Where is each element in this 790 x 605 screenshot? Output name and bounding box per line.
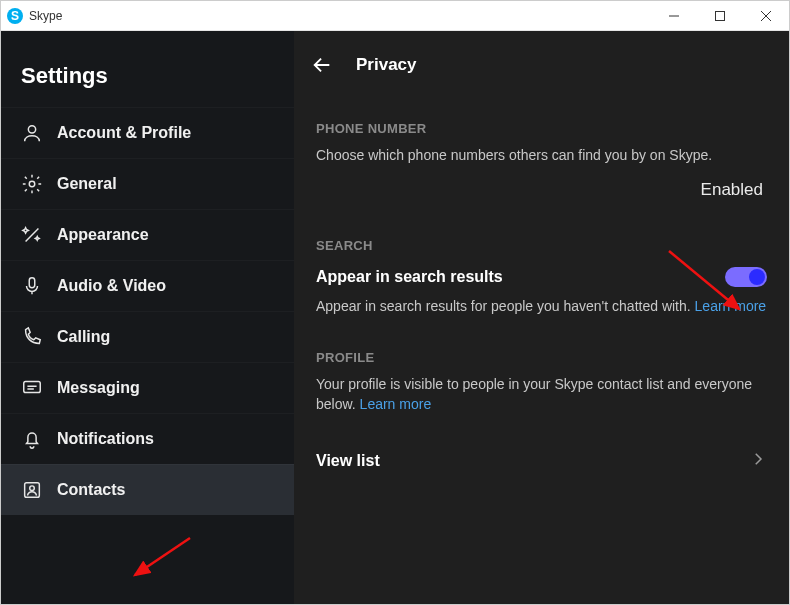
minimize-button[interactable] [651,1,697,30]
view-list-label: View list [316,452,380,470]
toggle-knob-icon [749,269,765,285]
contacts-icon [21,479,43,501]
appear-in-search-label: Appear in search results [316,268,503,286]
sidebar-item-calling[interactable]: Calling [1,311,294,362]
appear-in-search-desc: Appear in search results for people you … [316,297,767,317]
sidebar-item-label: Messaging [57,379,140,397]
content-area: PHONE NUMBER Choose which phone numbers … [294,87,789,482]
search-learn-more-link[interactable]: Learn more [695,298,767,314]
sidebar-item-label: Contacts [57,481,125,499]
person-icon [21,122,43,144]
phone-number-status[interactable]: Enabled [316,180,767,200]
mic-icon [21,275,43,297]
svg-rect-7 [24,382,41,393]
profile-desc: Your profile is visible to people in you… [316,375,767,414]
gear-icon [21,173,43,195]
sidebar-item-label: Appearance [57,226,149,244]
close-button[interactable] [743,1,789,30]
window-title: Skype [29,9,62,23]
maximize-button[interactable] [697,1,743,30]
appear-in-search-toggle[interactable] [725,267,767,287]
chevron-right-icon [749,450,767,472]
profile-learn-more-link[interactable]: Learn more [360,396,432,412]
main-panel: Privacy PHONE NUMBER Choose which phone … [294,31,789,604]
sidebar-item-general[interactable]: General [1,158,294,209]
search-section-label: SEARCH [316,238,767,253]
phone-icon [21,326,43,348]
titlebar: S Skype [1,1,789,31]
sidebar-item-notifications[interactable]: Notifications [1,413,294,464]
phone-number-desc: Choose which phone numbers others can fi… [316,146,767,166]
window-controls [651,1,789,30]
sidebar-item-messaging[interactable]: Messaging [1,362,294,413]
sidebar-item-audio-video[interactable]: Audio & Video [1,260,294,311]
sidebar-item-label: Account & Profile [57,124,191,142]
svg-point-9 [30,486,35,491]
sidebar-item-appearance[interactable]: Appearance [1,209,294,260]
sidebar-item-account-profile[interactable]: Account & Profile [1,107,294,158]
settings-heading: Settings [1,37,294,107]
page-title: Privacy [356,55,417,75]
sidebar-item-label: Notifications [57,430,154,448]
sidebar-item-label: General [57,175,117,193]
sidebar-item-label: Calling [57,328,110,346]
settings-sidebar: Settings Account & Profile General Appea… [1,31,294,604]
sidebar-item-contacts[interactable]: Contacts [1,464,294,515]
phone-number-section-label: PHONE NUMBER [316,121,767,136]
back-button[interactable] [310,53,334,77]
appear-in-search-row: Appear in search results [316,267,767,287]
svg-point-4 [28,126,35,133]
wand-icon [21,224,43,246]
message-icon [21,377,43,399]
svg-point-5 [29,181,35,187]
svg-rect-6 [29,278,35,288]
main-header: Privacy [294,31,789,87]
bell-icon [21,428,43,450]
search-desc-text: Appear in search results for people you … [316,298,695,314]
svg-rect-1 [716,11,725,20]
skype-logo-icon: S [7,8,23,24]
view-list-row[interactable]: View list [316,440,767,482]
sidebar-item-label: Audio & Video [57,277,166,295]
app-body: Settings Account & Profile General Appea… [1,31,789,604]
profile-section-label: PROFILE [316,350,767,365]
